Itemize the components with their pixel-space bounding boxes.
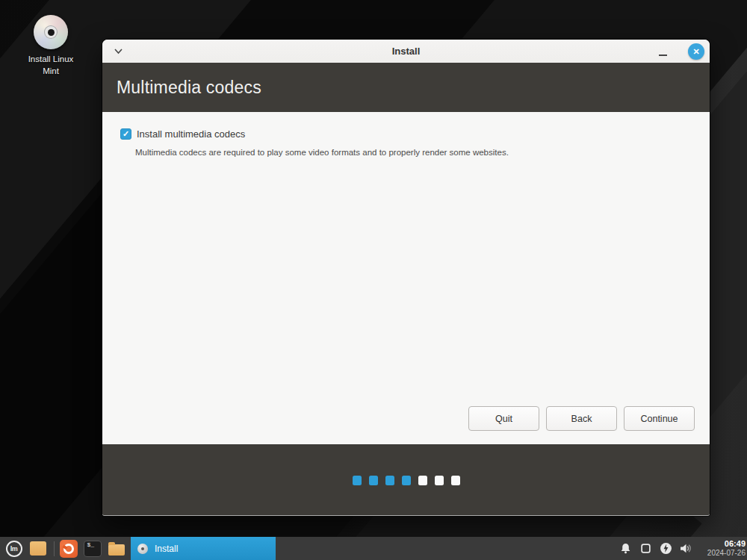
- quit-button[interactable]: Quit: [468, 406, 539, 431]
- mint-menu-icon: lm: [6, 541, 22, 557]
- files-launcher[interactable]: [106, 538, 126, 559]
- codecs-description: Multimedia codecs are required to play s…: [135, 148, 509, 157]
- progress-dot: [402, 476, 411, 485]
- back-button[interactable]: Back: [546, 406, 617, 431]
- close-button[interactable]: ✕: [688, 43, 704, 60]
- clock[interactable]: 06:49 2024-07-26: [699, 539, 746, 557]
- wizard-button-row: Quit Back Continue: [468, 406, 695, 431]
- checkbox-box[interactable]: ✓: [120, 128, 131, 140]
- removable-media-icon[interactable]: [639, 541, 652, 555]
- progress-dot: [435, 476, 444, 485]
- clock-date: 2024-07-26: [699, 549, 746, 558]
- chevron-down-icon[interactable]: [114, 46, 123, 56]
- minimize-icon: [659, 55, 667, 56]
- progress-dot: [385, 476, 394, 485]
- minimize-button[interactable]: [654, 40, 672, 63]
- checkmark-icon: ✓: [123, 130, 129, 138]
- continue-button[interactable]: Continue: [624, 406, 695, 431]
- installer-window: Install ✕ Multimedia codecs ✓ Install mu…: [102, 40, 710, 516]
- firefox-launcher[interactable]: [58, 538, 78, 559]
- progress-dot: [451, 476, 460, 485]
- power-icon[interactable]: [659, 541, 672, 555]
- cd-disc-icon: [137, 544, 148, 554]
- firefox-icon: [60, 540, 78, 558]
- cd-hole: [48, 29, 55, 36]
- wizard-step-header: Multimedia codecs: [102, 63, 710, 112]
- terminal-icon: $_: [84, 541, 102, 557]
- show-desktop-icon: [30, 541, 46, 556]
- taskbar: lm $_ Install: [0, 537, 747, 560]
- wizard-content: ✓ Install multimedia codecs Multimedia c…: [102, 112, 710, 444]
- task-button-label: Install: [155, 544, 178, 554]
- clock-time: 06:49: [699, 539, 746, 549]
- progress-dots: [102, 476, 710, 485]
- progress-dot: [369, 476, 378, 485]
- titlebar[interactable]: Install ✕: [102, 40, 710, 63]
- checkbox-label: Install multimedia codecs: [137, 128, 245, 140]
- desktop: Install Linux Mint Install ✕ Multimedia …: [0, 0, 747, 560]
- taskbar-separator: [54, 541, 55, 556]
- file-manager-icon: [108, 544, 125, 556]
- install-codecs-checkbox[interactable]: ✓ Install multimedia codecs: [120, 128, 245, 140]
- progress-dot: [418, 476, 427, 485]
- notifications-bell-icon[interactable]: [619, 541, 632, 555]
- taskbar-window-button-install[interactable]: Install: [131, 537, 276, 560]
- close-icon: ✕: [692, 47, 699, 56]
- show-desktop-button[interactable]: [28, 538, 48, 559]
- desktop-icon-label: Install Linux Mint: [19, 54, 82, 77]
- system-tray: 06:49 2024-07-26: [619, 539, 747, 557]
- wizard-footer: [102, 444, 710, 515]
- progress-dot: [353, 476, 362, 485]
- window-title: Install: [102, 46, 710, 57]
- menu-button[interactable]: lm: [4, 538, 24, 559]
- volume-icon[interactable]: [679, 541, 692, 555]
- cd-disc-icon: [34, 15, 68, 49]
- terminal-launcher[interactable]: $_: [82, 538, 102, 559]
- desktop-icon-install-linux-mint[interactable]: Install Linux Mint: [19, 15, 82, 77]
- page-title: Multimedia codecs: [117, 78, 261, 98]
